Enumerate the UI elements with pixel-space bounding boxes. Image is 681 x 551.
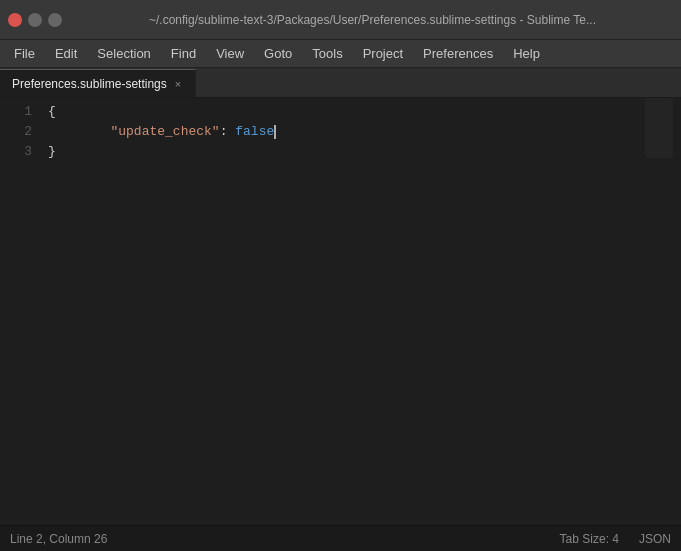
title-bar: × − + ~/.config/sublime-text-3/Packages/… [0, 0, 681, 40]
status-position: Line 2, Column 26 [10, 532, 560, 546]
minimize-button[interactable]: − [28, 13, 42, 27]
menu-find[interactable]: Find [161, 43, 206, 64]
window-controls: × − + [8, 13, 62, 27]
line-numbers: 1 2 3 [0, 98, 40, 525]
menu-project[interactable]: Project [353, 43, 413, 64]
menu-view[interactable]: View [206, 43, 254, 64]
status-syntax[interactable]: JSON [639, 532, 671, 546]
minimap-viewport [645, 98, 673, 158]
menu-file[interactable]: File [4, 43, 45, 64]
close-button[interactable]: × [8, 13, 22, 27]
code-editor[interactable]: { "update_check": false } [40, 98, 681, 525]
code-line-3: } [48, 142, 681, 162]
status-bar: Line 2, Column 26 Tab Size: 4 JSON [0, 525, 681, 551]
tab-preferences[interactable]: Preferences.sublime-settings × [0, 69, 196, 97]
menu-goto[interactable]: Goto [254, 43, 302, 64]
menu-selection[interactable]: Selection [87, 43, 160, 64]
line-number-2: 2 [0, 122, 32, 142]
minimap [643, 98, 673, 525]
code-line-2: "update_check": false [48, 122, 681, 142]
line-number-1: 1 [0, 102, 32, 122]
menu-tools[interactable]: Tools [302, 43, 352, 64]
maximize-button[interactable]: + [48, 13, 62, 27]
menu-edit[interactable]: Edit [45, 43, 87, 64]
code-line-1: { [48, 102, 681, 122]
menu-preferences[interactable]: Preferences [413, 43, 503, 64]
editor-area[interactable]: 1 2 3 { "update_check": false } [0, 98, 681, 525]
tab-bar: Preferences.sublime-settings × [0, 68, 681, 98]
menu-help[interactable]: Help [503, 43, 550, 64]
tab-label: Preferences.sublime-settings [12, 77, 167, 91]
window-title: ~/.config/sublime-text-3/Packages/User/P… [72, 13, 673, 27]
tab-close-button[interactable]: × [173, 78, 183, 90]
menu-bar: File Edit Selection Find View Goto Tools… [0, 40, 681, 68]
status-right-section: Tab Size: 4 JSON [560, 532, 671, 546]
status-tab-size[interactable]: Tab Size: 4 [560, 532, 619, 546]
line-number-3: 3 [0, 142, 32, 162]
